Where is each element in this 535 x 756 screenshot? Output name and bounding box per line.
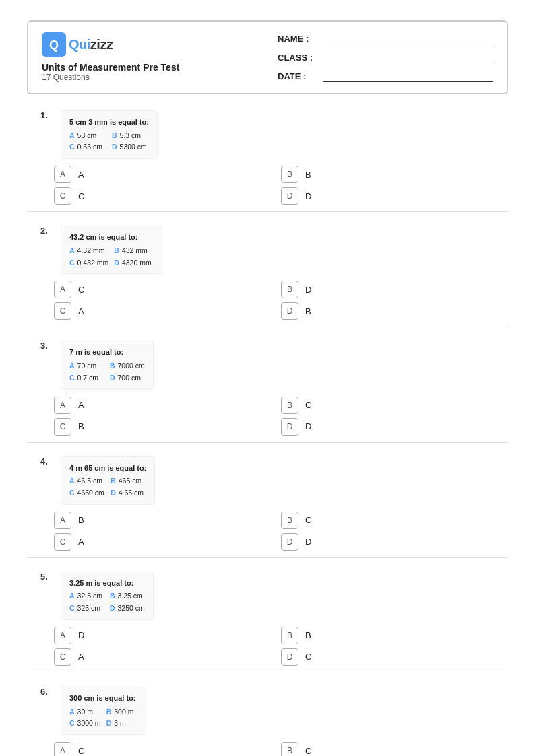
question-3-text: 7 m is equal to: xyxy=(69,347,145,359)
question-3-answers: AABCCBDD xyxy=(27,397,508,436)
answer-value-C: C xyxy=(78,191,84,201)
answer-value-B: B xyxy=(305,170,311,180)
answer-row-B: BD xyxy=(281,281,481,298)
answer-value-A: A xyxy=(78,170,84,180)
answer-row-C: CA xyxy=(54,533,254,551)
question-2: 2.43.2 cm is equal to:A4.32 mmB432 mmC0.… xyxy=(27,226,508,327)
option-value: 4.65 cm xyxy=(119,487,144,499)
question-2-option-B: B432 mm xyxy=(114,245,153,256)
answer-value-B: C xyxy=(305,746,311,756)
option-letter: C xyxy=(69,603,75,614)
answer-value-C: B xyxy=(78,421,84,432)
answer-box-D: D xyxy=(281,302,298,320)
question-2-options: A4.32 mmB432 mmC0.432 mmD4320 mm xyxy=(69,245,154,269)
question-3-option-C: C0.7 cm xyxy=(69,372,104,384)
question-5-option-B: B3.25 cm xyxy=(110,590,145,602)
option-letter: A xyxy=(69,360,75,372)
svg-text:Q: Q xyxy=(49,38,59,52)
answer-box-B: B xyxy=(281,397,298,414)
date-label: DATE : xyxy=(278,71,318,81)
option-value: 0.432 mm xyxy=(77,257,109,269)
question-3-header: 3.7 m is equal to:A70 cmB7000 cmC0.7 cmD… xyxy=(27,341,508,389)
answer-value-A: A xyxy=(78,400,84,410)
answer-row-A: AB xyxy=(54,512,254,529)
option-letter: C xyxy=(69,372,75,384)
option-value: 53 cm xyxy=(77,130,97,141)
question-1-option-D: D5300 cm xyxy=(112,141,149,153)
option-value: 5.3 cm xyxy=(120,130,141,141)
answer-row-D: DD xyxy=(281,418,481,436)
answer-box-A: A xyxy=(54,281,71,298)
option-letter: A xyxy=(69,475,75,487)
name-label: NAME : xyxy=(278,34,318,44)
question-1-header: 1.5 cm 3 mm is equal to:A53 cmB5.3 cmC0.… xyxy=(27,110,508,159)
option-letter: A xyxy=(69,130,75,141)
question-2-content: 43.2 cm is equal to:A4.32 mmB432 mmC0.43… xyxy=(61,226,162,274)
option-letter: D xyxy=(110,603,115,614)
option-letter: B xyxy=(110,360,115,372)
answer-row-B: BB xyxy=(281,166,481,183)
question-6-option-A: A30 m xyxy=(69,706,101,718)
option-letter: A xyxy=(69,590,75,602)
question-2-header: 2.43.2 cm is equal to:A4.32 mmB432 mmC0.… xyxy=(27,226,508,274)
question-6-header: 6.300 cm is equal to:A30 mB300 mC3000 mD… xyxy=(27,687,508,735)
question-5-answers: ADBBCADC xyxy=(27,627,508,666)
answer-row-B: BB xyxy=(281,627,481,644)
answer-box-C: C xyxy=(54,187,71,205)
class-field[interactable] xyxy=(323,51,493,63)
question-2-option-C: C0.432 mm xyxy=(69,257,108,269)
logo: Q Quizizz xyxy=(42,32,179,57)
option-value: 4.32 mm xyxy=(77,245,105,256)
option-value: 4650 cm xyxy=(77,487,104,499)
option-value: 70 cm xyxy=(77,360,97,372)
option-letter: C xyxy=(69,257,75,269)
answer-value-A: C xyxy=(78,746,84,756)
page: Q Quizizz Units of Measurement Pre Test … xyxy=(0,0,535,756)
option-value: 5300 cm xyxy=(120,141,147,153)
question-4-options: A46.5 cmB465 cmC4650 cmD4.65 cm xyxy=(69,475,146,499)
option-letter: C xyxy=(69,487,75,499)
answer-value-A: C xyxy=(78,285,84,295)
question-5: 5.3.25 m is equal to:A32.5 cmB3.25 cmC32… xyxy=(27,572,508,673)
option-value: 3 m xyxy=(114,718,126,729)
answer-row-D: DC xyxy=(281,648,481,666)
name-field[interactable] xyxy=(323,32,493,44)
answer-row-C: CB xyxy=(54,418,254,436)
answer-value-C: A xyxy=(78,306,84,316)
option-letter: D xyxy=(106,718,112,729)
question-4-header: 4.4 m 65 cm is equal to:A46.5 cmB465 cmC… xyxy=(27,456,508,505)
question-5-option-C: C325 cm xyxy=(69,603,104,614)
question-1-answers: AABBCCDD xyxy=(27,166,508,205)
question-3-options: A70 cmB7000 cmC0.7 cmD700 cm xyxy=(69,360,145,384)
answer-value-D: B xyxy=(305,306,311,316)
question-5-number: 5. xyxy=(40,572,54,582)
option-value: 700 cm xyxy=(117,372,140,384)
question-divider xyxy=(27,211,508,212)
option-value: 3.25 cm xyxy=(117,590,142,602)
answer-box-B: B xyxy=(281,627,298,644)
option-value: 325 cm xyxy=(77,603,100,614)
question-1-number: 1. xyxy=(40,110,54,121)
date-field[interactable] xyxy=(323,70,493,82)
answer-box-C: C xyxy=(54,648,71,666)
option-letter: D xyxy=(112,141,117,153)
answer-box-A: A xyxy=(54,512,71,529)
answer-value-D: C xyxy=(305,652,311,662)
question-5-text: 3.25 m is equal to: xyxy=(69,578,145,590)
question-6-number: 6. xyxy=(40,687,54,697)
question-3-option-B: B7000 cm xyxy=(110,360,145,372)
header-box: Q Quizizz Units of Measurement Pre Test … xyxy=(27,20,508,94)
answer-value-D: D xyxy=(305,537,311,547)
answer-row-D: DB xyxy=(281,302,481,320)
answer-value-A: B xyxy=(78,515,84,525)
question-divider xyxy=(27,442,508,443)
answer-box-C: C xyxy=(54,302,71,320)
question-1-options: A53 cmB5.3 cmC0.53 cmD5300 cm xyxy=(69,130,149,153)
quiz-subtitle: 17 Questions xyxy=(42,73,179,82)
question-6: 6.300 cm is equal to:A30 mB300 mC3000 mD… xyxy=(27,687,508,756)
option-letter: C xyxy=(69,718,75,729)
answer-box-A: A xyxy=(54,397,71,414)
answer-value-B: C xyxy=(305,515,311,525)
class-label: CLASS : xyxy=(278,53,318,63)
answer-value-D: D xyxy=(305,421,311,432)
